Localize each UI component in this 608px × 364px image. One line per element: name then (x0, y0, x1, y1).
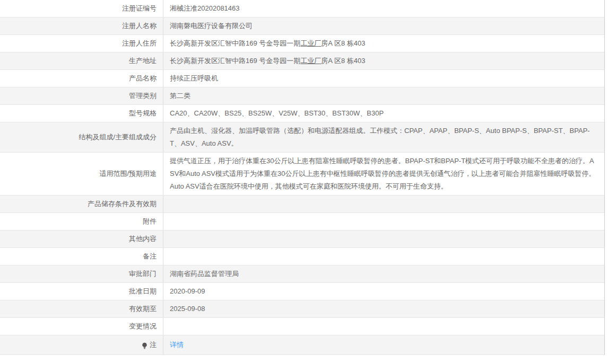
row-label-text: 产品名称 (129, 72, 157, 85)
row-value (163, 318, 604, 335)
row-value-text: 提供气道正压，用于治疗体重在30公斤以上患有阻塞性睡眠呼吸暂停的患者。BPAP-… (170, 155, 596, 193)
row-label-text: 结构及组成/主要组成成分 (79, 131, 157, 144)
row-value-text: 产品由主机、湿化器、加温呼吸管路（选配）和电源适配器组成。工作模式：CPAP、A… (170, 125, 596, 150)
row-label: 产品储存条件及有效期 (0, 196, 163, 212)
row-value: 2020-09-09 (163, 283, 604, 300)
row-label-text: 注册人住所 (122, 37, 157, 50)
bulb-icon (141, 342, 148, 349)
row-label-text: 生产地址 (129, 55, 157, 67)
row-label: 有效期至 (0, 300, 163, 317)
row-label: 附件 (0, 213, 163, 230)
row-value-text: 湘械注准20202081463 (170, 2, 596, 15)
row-label-text: 有效期至 (129, 303, 157, 315)
row-label-text: 附件 (143, 215, 157, 228)
row-value-text: 2020-09-09 (170, 285, 596, 298)
row-value: 产品由主机、湿化器、加温呼吸管路（选配）和电源适配器组成。工作模式：CPAP、A… (163, 122, 604, 152)
row-value-text: 详情 (170, 339, 596, 351)
row-value: 湘械注准20202081463 (163, 0, 604, 17)
row-value: 持续正压呼吸机 (163, 70, 604, 87)
row-value (163, 213, 604, 230)
row-label-text: 审批部门 (129, 268, 157, 280)
row-value: 2025-09-08 (163, 300, 604, 317)
row-value (163, 230, 604, 247)
row-value: 湖南省药品监督管理局 (163, 265, 604, 282)
row-label: 批准日期 (0, 283, 163, 300)
row-label: 产品名称 (0, 70, 163, 87)
table-row: 其他内容 (0, 230, 604, 248)
row-value-text: 长沙高新开发区汇智中路169 号金导园一期工业厂房A 区8 栋403 (170, 37, 596, 50)
row-label: 适用范围/预期用途 (0, 153, 163, 195)
table-row: 管理类别 第二类 (0, 87, 604, 105)
row-value: CA20、CA20W、BS25、BS25W、V25W、BST30、BST30W、… (163, 105, 604, 122)
row-label-text: 管理类别 (129, 90, 157, 102)
row-label: 注册人住所 (0, 35, 163, 52)
row-label-text: 其他内容 (129, 233, 157, 245)
row-label-text: 注册人名称 (122, 20, 157, 32)
row-value: 第二类 (163, 87, 604, 104)
row-label: 结构及组成/主要组成成分 (0, 122, 163, 152)
row-value: 湖南磐电医疗设备有限公司 (163, 17, 604, 34)
row-label-text: 型号规格 (129, 107, 157, 120)
table-row: 型号规格 CA20、CA20W、BS25、BS25W、V25W、BST30、BS… (0, 105, 604, 122)
row-label: 型号规格 (0, 105, 163, 122)
row-label: 注册证编号 (0, 0, 163, 17)
row-label: 管理类别 (0, 87, 163, 104)
table-row: 备注 (0, 248, 604, 265)
table-row: 结构及组成/主要组成成分 产品由主机、湿化器、加温呼吸管路（选配）和电源适配器组… (0, 122, 604, 153)
row-value: 长沙高新开发区汇智中路169 号金导园一期工业厂房A 区8 栋403 (163, 52, 604, 69)
row-label-text: 产品储存条件及有效期 (88, 198, 157, 210)
row-label: 注册人名称 (0, 17, 163, 34)
row-value-text: CA20、CA20W、BS25、BS25W、V25W、BST30、BST30W、… (170, 107, 596, 120)
page: 注册证编号 湘械注准20202081463 注册人名称 湖南磐电医疗设备有限公司 (0, 0, 608, 364)
row-label: 生产地址 (0, 52, 163, 69)
row-value: 提供气道正压，用于治疗体重在30公斤以上患有阻塞性睡眠呼吸暂停的患者。BPAP-… (163, 153, 604, 195)
registration-table: 注册证编号 湘械注准20202081463 注册人名称 湖南磐电医疗设备有限公司 (0, 0, 605, 355)
table-row: 有效期至 2025-09-08 (0, 300, 604, 318)
table-row: 产品名称 持续正压呼吸机 (0, 70, 604, 87)
row-label: 变更情况 (0, 318, 163, 335)
table-row: 注册证编号 湘械注准20202081463 (0, 0, 604, 17)
row-value-text: 湖南磐电医疗设备有限公司 (170, 20, 596, 32)
row-label: 其他内容 (0, 230, 163, 247)
row-label-text: 注册证编号 (122, 2, 157, 15)
table-row: 批准日期 2020-09-09 (0, 283, 604, 300)
table-row: 适用范围/预期用途 提供气道正压，用于治疗体重在30公斤以上患有阻塞性睡眠呼吸暂… (0, 153, 604, 196)
table-row: 生产地址 长沙高新开发区汇智中路169 号金导园一期工业厂房A 区8 栋403 (0, 52, 604, 70)
row-label-text: 适用范围/预期用途 (99, 167, 157, 180)
row-label-text: 注 (150, 339, 157, 351)
row-label: 审批部门 (0, 265, 163, 282)
row-value-text: 持续正压呼吸机 (170, 72, 596, 85)
table-row: 注 详情 (0, 335, 604, 355)
row-label-text: 备注 (143, 250, 157, 263)
row-value: 长沙高新开发区汇智中路169 号金导园一期工业厂房A 区8 栋403 (163, 35, 604, 52)
table-row: 审批部门 湖南省药品监督管理局 (0, 265, 604, 283)
row-value (163, 196, 604, 212)
row-value (163, 248, 604, 265)
table-row: 附件 (0, 213, 604, 230)
row-value-text: 长沙高新开发区汇智中路169 号金导园一期工业厂房A 区8 栋403 (170, 55, 596, 67)
table-row: 注册人住所 长沙高新开发区汇智中路169 号金导园一期工业厂房A 区8 栋403 (0, 35, 604, 52)
row-value-text: 2025-09-08 (170, 303, 596, 315)
row-value-text: 第二类 (170, 90, 596, 102)
table-row: 产品储存条件及有效期 (0, 196, 604, 213)
table-row: 注册人名称 湖南磐电医疗设备有限公司 (0, 17, 604, 35)
row-label-text: 变更情况 (129, 320, 157, 333)
row-label: 注 (0, 335, 163, 354)
row-value-text: 湖南省药品监督管理局 (170, 268, 596, 280)
row-label-text: 批准日期 (129, 285, 157, 298)
table-row: 变更情况 (0, 318, 604, 335)
row-value: 详情 (163, 335, 604, 354)
row-label: 备注 (0, 248, 163, 265)
details-link[interactable]: 详情 (170, 341, 184, 349)
